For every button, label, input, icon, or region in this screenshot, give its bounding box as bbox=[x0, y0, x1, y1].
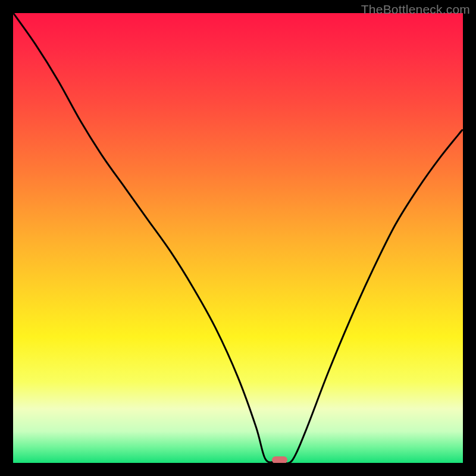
watermark-text: TheBottleneck.com bbox=[361, 2, 470, 17]
bottleneck-curve bbox=[13, 13, 463, 463]
optimal-point-marker bbox=[272, 456, 287, 463]
chart-frame: TheBottleneck.com bbox=[0, 0, 476, 476]
plot-area bbox=[13, 13, 463, 463]
